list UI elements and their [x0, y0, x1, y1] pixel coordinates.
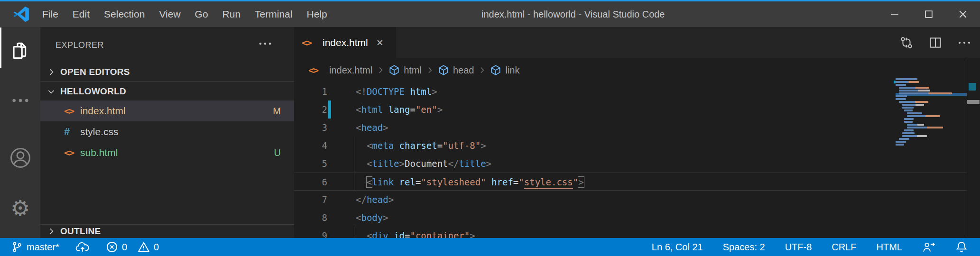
notifications-bell-icon[interactable]	[955, 241, 968, 253]
overview-ruler-cursor-marker	[967, 100, 980, 104]
section-outline[interactable]: OUTLINE	[40, 225, 294, 238]
code-line-7[interactable]: 7</head>	[294, 191, 967, 209]
encoding[interactable]: UTF-8	[785, 242, 812, 253]
file-name: index.html	[80, 105, 126, 117]
minimap-line	[896, 112, 967, 114]
split-editor-icon[interactable]	[929, 36, 942, 49]
status-right: Ln 6, Col 21 Spaces: 2 UTF-8 CRLF HTML	[652, 241, 980, 253]
more-views-icon[interactable]	[0, 93, 40, 108]
settings-gear-icon[interactable]: ⚙	[0, 196, 40, 220]
problems-indicator[interactable]: 0 0	[106, 241, 159, 253]
file-row-sub-html[interactable]: <>sub.htmlU	[40, 142, 294, 163]
file-list: <>index.htmlM#style.css<>sub.htmlU	[40, 101, 294, 163]
indent-guide	[354, 173, 354, 190]
code-line-4[interactable]: 4 <meta charset="utf-8">	[294, 137, 967, 155]
close-button[interactable]	[946, 1, 980, 27]
code-line-5[interactable]: 5 <title>Document</title>	[294, 155, 967, 173]
tab-index-html[interactable]: <> index.html ×	[294, 27, 396, 58]
line-number: 1	[294, 82, 327, 101]
branch-indicator[interactable]: master*	[11, 241, 59, 253]
breadcrumb-label: html	[404, 65, 422, 76]
code-line-9[interactable]: 9 <div id="container">	[294, 227, 967, 238]
eol-sequence[interactable]: CRLF	[832, 242, 856, 253]
code-line-1[interactable]: 1<!DOCTYPE html>	[294, 82, 967, 101]
gutter-modified-marker	[328, 101, 331, 119]
minimap-line	[896, 138, 967, 140]
code-area[interactable]: 1<!DOCTYPE html>2<html lang="en">3<head>…	[294, 82, 967, 238]
minimap-line	[896, 124, 967, 126]
vscode-window: FileEditSelectionViewGoRunTerminalHelp i…	[0, 0, 980, 256]
line-number: 6	[294, 173, 327, 191]
maximize-button[interactable]	[912, 1, 946, 27]
minimap-line	[896, 87, 967, 89]
section-divider	[40, 81, 294, 82]
minimap-line	[896, 95, 967, 97]
explorer-title: EXPLORER	[55, 36, 104, 55]
menu-view[interactable]: View	[152, 1, 187, 27]
sync-changes-button[interactable]	[75, 241, 90, 253]
code-line-2[interactable]: 2<html lang="en">	[294, 101, 967, 119]
activity-bar: ⚙	[0, 27, 40, 238]
indentation[interactable]: Spaces: 2	[723, 242, 765, 253]
minimap[interactable]	[896, 78, 967, 159]
breadcrumb-label: head	[453, 65, 474, 76]
section-folder-helloworld[interactable]: HELLOWORLD	[40, 82, 294, 101]
breadcrumb-item-link[interactable]: link	[490, 64, 519, 76]
main-area: ⚙ EXPLORER OPEN EDITORS	[0, 27, 980, 238]
minimap-line	[896, 129, 967, 131]
menu-go[interactable]: Go	[188, 1, 215, 27]
breadcrumb-item-index-html[interactable]: <>index.html	[308, 64, 372, 76]
line-number: 9	[294, 227, 327, 238]
section-open-editors[interactable]: OPEN EDITORS	[40, 63, 294, 81]
menu-terminal[interactable]: Terminal	[248, 1, 299, 27]
cursor-position[interactable]: Ln 6, Col 21	[652, 242, 703, 253]
html-file-icon: <>	[64, 147, 80, 158]
menu-edit[interactable]: Edit	[65, 1, 97, 27]
code-line-3[interactable]: 3<head>	[294, 119, 967, 137]
code-line-8[interactable]: 8<body>	[294, 209, 967, 227]
account-icon[interactable]	[0, 146, 40, 170]
html-file-icon: <>	[64, 105, 80, 117]
open-changes-icon[interactable]	[899, 36, 914, 50]
minimap-line	[896, 141, 967, 143]
breadcrumb-label: link	[505, 65, 519, 76]
menu-run[interactable]: Run	[215, 1, 248, 27]
explorer-icon[interactable]	[0, 39, 40, 62]
minimize-button[interactable]	[878, 1, 912, 27]
feedback-icon[interactable]	[922, 241, 935, 253]
minimap-line	[896, 135, 967, 137]
code-text: <!DOCTYPE html>	[356, 82, 437, 101]
window-controls	[878, 1, 980, 27]
minimap-line	[896, 121, 967, 123]
minimap-line	[896, 78, 967, 80]
minimap-line	[896, 98, 967, 100]
tab-close-icon[interactable]: ×	[377, 36, 383, 49]
file-row-style-css[interactable]: #style.css	[40, 121, 294, 142]
breadcrumb-item-head[interactable]: head	[438, 64, 474, 76]
code-text: <link rel="stylesheed" href="style.css">	[356, 173, 584, 191]
menu-selection[interactable]: Selection	[97, 1, 152, 27]
window-title: index.html - helloworld - Visual Studio …	[481, 1, 665, 27]
menu-file[interactable]: File	[35, 1, 65, 27]
code-text: <div id="container">	[356, 227, 475, 238]
more-actions-icon[interactable]	[957, 37, 971, 48]
indent-guide	[354, 227, 354, 238]
code-line-6[interactable]: 6 <link rel="stylesheed" href="style.css…	[294, 173, 967, 191]
css-file-icon: #	[64, 126, 80, 138]
line-number: 8	[294, 209, 327, 227]
language-mode[interactable]: HTML	[877, 242, 902, 253]
code-text: <meta charset="utf-8">	[356, 137, 486, 155]
file-row-index-html[interactable]: <>index.htmlM	[40, 101, 294, 121]
breadcrumb-item-html[interactable]: html	[388, 64, 422, 76]
minimap-line	[896, 115, 967, 117]
breadcrumb-separator-icon	[425, 66, 434, 74]
status-bar: master* 0	[0, 238, 980, 256]
menu-help[interactable]: Help	[299, 1, 334, 27]
minimap-line	[896, 90, 967, 91]
minimap-line	[896, 81, 967, 83]
chevron-down-icon	[47, 87, 55, 96]
explorer-more-actions-icon[interactable]	[258, 38, 272, 49]
line-number: 2	[294, 101, 327, 119]
minimap-line	[896, 107, 967, 109]
vscode-logo-icon	[12, 5, 30, 23]
